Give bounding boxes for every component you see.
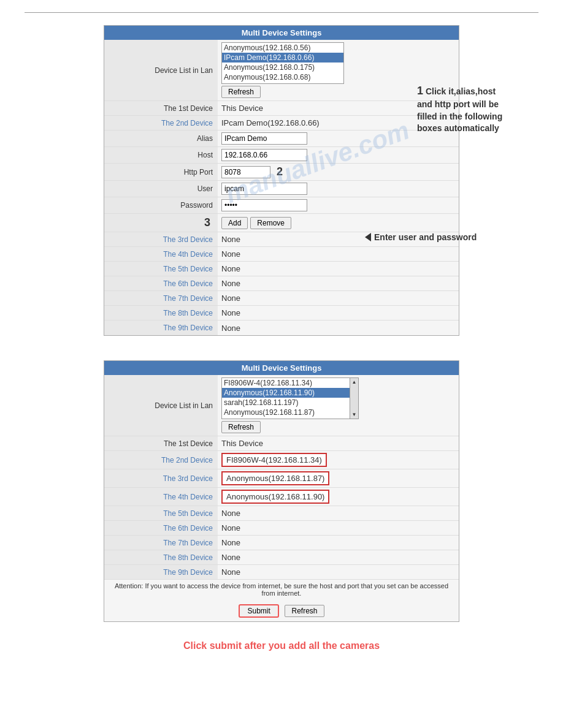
highlighted-2nd: FI8906W-4(192.168.11.34) bbox=[226, 455, 322, 464]
bottom-list-item-0[interactable]: FI8906W-4(192.168.11.34) bbox=[222, 378, 350, 388]
bottom-ninth-device-label: The 9th Device bbox=[104, 565, 218, 579]
bottom-fourth-device-value: Anonymous(192.168.11.90) bbox=[218, 488, 459, 506]
list-item-1[interactable]: IPcam Demo(192.168.0.66) bbox=[222, 53, 343, 63]
top-panel-title: Multi Device Settings bbox=[104, 26, 459, 40]
http-port-value: 2 bbox=[218, 164, 459, 180]
password-input[interactable] bbox=[221, 199, 307, 211]
seventh-device-label: The 7th Device bbox=[104, 291, 218, 305]
bottom-panel-title: Multi Device Settings bbox=[104, 361, 459, 375]
bottom-third-device-value: Anonymous(192.168.11.87) bbox=[218, 469, 459, 487]
enter-callout-container: Enter user and password bbox=[365, 232, 477, 242]
alias-label: Alias bbox=[104, 131, 218, 146]
ninth-device-label: The 9th Device bbox=[104, 320, 218, 335]
sixth-device-row: The 6th Device None bbox=[104, 276, 459, 291]
ninth-device-value: None bbox=[218, 320, 459, 335]
bottom-device-list-label: Device List in Lan bbox=[104, 375, 218, 436]
alias-input[interactable] bbox=[221, 132, 307, 145]
sixth-device-value: None bbox=[218, 276, 459, 290]
bottom-list-item-3[interactable]: Anonymous(192.168.11.87) bbox=[222, 408, 350, 417]
device-listbox-wrapper: Anonymous(192.168.0.56) IPcam Demo(192.1… bbox=[221, 42, 344, 84]
bottom-seventh-device-value: None bbox=[218, 536, 459, 550]
submit-row: Submit Refresh bbox=[104, 599, 459, 621]
bottom-first-device-label: The 1st Device bbox=[104, 436, 218, 450]
http-port-input[interactable] bbox=[221, 166, 270, 178]
top-divider bbox=[25, 12, 538, 13]
bottom-device-list-row: Device List in Lan FI8906W-4(192.168.11.… bbox=[104, 375, 459, 436]
eighth-device-row: The 8th Device None bbox=[104, 306, 459, 320]
top-refresh-button[interactable]: Refresh bbox=[221, 86, 261, 98]
highlighted-4th-box: Anonymous(192.168.11.90) bbox=[221, 490, 329, 504]
bottom-seventh-device-row: The 7th Device None bbox=[104, 536, 459, 550]
bottom-refresh-button[interactable]: Refresh bbox=[221, 421, 261, 433]
bottom-ninth-device-row: The 9th Device None bbox=[104, 565, 459, 580]
enter-callout-text: Enter user and password bbox=[374, 232, 477, 242]
seventh-device-value: None bbox=[218, 291, 459, 305]
user-input[interactable] bbox=[221, 183, 307, 195]
attention-text: Attention: If you want to access the dev… bbox=[104, 580, 459, 599]
bottom-device-list-value: FI8906W-4(192.168.11.34) Anonymous(192.1… bbox=[218, 375, 459, 436]
step-1-number: 1 bbox=[417, 85, 423, 97]
highlighted-devices-box: FI8906W-4(192.168.11.34) bbox=[221, 453, 327, 467]
device-list-label: Device List in Lan bbox=[104, 40, 218, 100]
host-input[interactable] bbox=[221, 149, 307, 161]
list-item-3[interactable]: Anonymous(192.168.0.68) bbox=[222, 72, 343, 82]
device-list-row: Device List in Lan Anonymous(192.168.0.5… bbox=[104, 40, 459, 101]
add-remove-label: 3 bbox=[104, 214, 218, 232]
bottom-fifth-device-row: The 5th Device None bbox=[104, 506, 459, 521]
bottom-device-listbox[interactable]: FI8906W-4(192.168.11.34) Anonymous(192.1… bbox=[221, 377, 350, 419]
host-row: Host bbox=[104, 147, 459, 164]
step-3-badge: 3 bbox=[204, 216, 210, 229]
password-label: Password bbox=[104, 197, 218, 213]
ninth-device-row: The 9th Device None bbox=[104, 320, 459, 335]
fourth-device-label: The 4th Device bbox=[104, 247, 218, 261]
bottom-second-device-value: FI8906W-4(192.168.11.34) bbox=[218, 451, 459, 469]
bottom-first-device-value: This Device bbox=[218, 436, 459, 450]
bottom-eighth-device-label: The 8th Device bbox=[104, 550, 218, 564]
fifth-device-row: The 5th Device None bbox=[104, 262, 459, 276]
bottom-list-item-2[interactable]: sarah(192.168.11.197) bbox=[222, 398, 350, 408]
bottom-second-device-row: The 2nd Device FI8906W-4(192.168.11.34) bbox=[104, 451, 459, 469]
add-button[interactable]: Add bbox=[221, 217, 248, 229]
password-row: Password bbox=[104, 197, 459, 214]
highlighted-3rd: Anonymous(192.168.11.87) bbox=[226, 474, 324, 483]
callout-1-text: Click it,alias,host and http port will b… bbox=[417, 86, 502, 133]
user-row: User bbox=[104, 181, 459, 197]
second-device-label: The 2nd Device bbox=[104, 116, 218, 130]
highlighted-3rd-box: Anonymous(192.168.11.87) bbox=[221, 471, 329, 485]
fourth-device-row: The 4th Device None bbox=[104, 247, 459, 262]
eighth-device-value: None bbox=[218, 306, 459, 320]
fifth-device-label: The 5th Device bbox=[104, 262, 218, 276]
list-item-2[interactable]: Anonymous(192.168.0.175) bbox=[222, 63, 343, 72]
enter-arrow bbox=[365, 233, 371, 241]
bottom-third-device-label: The 3rd Device bbox=[104, 469, 218, 487]
remove-button[interactable]: Remove bbox=[250, 217, 291, 229]
first-device-label: The 1st Device bbox=[104, 101, 218, 115]
user-label: User bbox=[104, 181, 218, 197]
bottom-third-device-row: The 3rd Device Anonymous(192.168.11.87) bbox=[104, 469, 459, 488]
alias-row: Alias bbox=[104, 131, 459, 147]
callout-1: 1 Click it,alias,host and http port will… bbox=[417, 83, 558, 135]
device-listbox[interactable]: Anonymous(192.168.0.56) IPcam Demo(192.1… bbox=[221, 42, 344, 84]
third-device-label: The 3rd Device bbox=[104, 232, 218, 246]
host-value bbox=[218, 147, 459, 163]
bottom-sixth-device-row: The 6th Device None bbox=[104, 521, 459, 536]
sixth-device-label: The 6th Device bbox=[104, 276, 218, 290]
user-value bbox=[218, 181, 459, 197]
bottom-sixth-device-label: The 6th Device bbox=[104, 521, 218, 535]
first-device-row: The 1st Device This Device bbox=[104, 101, 459, 116]
bottom-sixth-device-value: None bbox=[218, 521, 459, 535]
bottom-fifth-device-value: None bbox=[218, 506, 459, 520]
bottom-eighth-device-value: None bbox=[218, 550, 459, 564]
submit-button[interactable]: Submit bbox=[239, 604, 278, 618]
bottom-fifth-device-label: The 5th Device bbox=[104, 506, 218, 520]
bottom-refresh-button-2[interactable]: Refresh bbox=[285, 605, 324, 617]
bottom-listbox-container: FI8906W-4(192.168.11.34) Anonymous(192.1… bbox=[221, 377, 359, 419]
list-item-0[interactable]: Anonymous(192.168.0.56) bbox=[222, 43, 343, 53]
bottom-eighth-device-row: The 8th Device None bbox=[104, 550, 459, 565]
host-label: Host bbox=[104, 147, 218, 163]
second-device-row: The 2nd Device IPcam Demo(192.168.0.66) bbox=[104, 116, 459, 131]
bottom-fourth-device-row: The 4th Device Anonymous(192.168.11.90) bbox=[104, 488, 459, 506]
bottom-list-item-1[interactable]: Anonymous(192.168.11.90) bbox=[222, 388, 350, 398]
step-2-badge: 2 bbox=[277, 165, 283, 178]
bottom-ninth-device-value: None bbox=[218, 565, 459, 579]
